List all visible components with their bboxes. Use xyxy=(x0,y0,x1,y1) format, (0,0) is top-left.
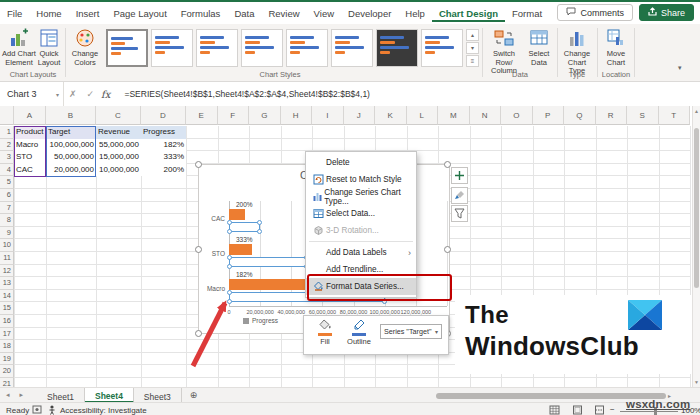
cell-C4[interactable]: 10,000,000 xyxy=(96,164,141,177)
column-header-J[interactable]: J xyxy=(344,106,376,125)
chart-frame-handle[interactable] xyxy=(195,246,202,253)
column-header-K[interactable]: K xyxy=(375,106,407,125)
row-header-21[interactable]: 21 xyxy=(0,378,14,387)
chart-frame-handle[interactable] xyxy=(195,161,202,168)
chart-style-thumbnail-3[interactable] xyxy=(196,29,238,67)
gallery-up-button[interactable]: ▴ xyxy=(466,29,479,41)
data-label[interactable]: 200% xyxy=(236,201,253,208)
cancel-icon[interactable]: ✗ xyxy=(64,89,82,99)
menu-tab-help[interactable]: Help xyxy=(398,4,432,22)
column-header-G[interactable]: G xyxy=(249,106,281,125)
target-bar-cac[interactable] xyxy=(229,222,260,232)
sheet-tab-sheet1[interactable]: Sheet1 xyxy=(37,388,85,403)
cell-B3[interactable]: 50,000,000 xyxy=(46,151,96,164)
menu-tab-page-layout[interactable]: Page Layout xyxy=(106,4,173,22)
column-header-S[interactable]: S xyxy=(627,106,659,125)
progress-bar-macro[interactable] xyxy=(229,279,315,290)
cell-D2[interactable]: 182% xyxy=(141,139,186,152)
zoom-out-button[interactable]: − xyxy=(610,405,615,414)
menu-tab-file[interactable]: File xyxy=(0,4,29,22)
row-header-10[interactable]: 10 xyxy=(0,239,14,252)
share-button[interactable]: Share xyxy=(639,4,694,21)
chart-frame-handle[interactable] xyxy=(444,161,451,168)
new-sheet-button[interactable]: ⊕ xyxy=(182,388,206,403)
data-label[interactable]: 182% xyxy=(236,271,253,278)
column-header-P[interactable]: P xyxy=(533,106,565,125)
row-header-11[interactable]: 11 xyxy=(0,252,14,265)
cell-D1[interactable]: Progress xyxy=(141,126,186,139)
progress-bar-sto[interactable] xyxy=(229,244,252,255)
comments-button[interactable]: Comments xyxy=(557,4,633,21)
change-chart-type-button[interactable]: Change Chart Type xyxy=(560,27,594,73)
chart-style-thumbnail-1[interactable] xyxy=(106,29,148,67)
name-box[interactable]: Chart 3 ▾ xyxy=(0,82,64,106)
row-header-15[interactable]: 15 xyxy=(0,302,14,315)
chart-style-thumbnail-2[interactable] xyxy=(151,29,193,67)
chart-frame-handle[interactable] xyxy=(444,246,451,253)
series-selection-handle[interactable] xyxy=(227,264,232,269)
tab-nav-left-icon[interactable]: ◂ xyxy=(0,388,14,403)
menu-tab-view[interactable]: View xyxy=(307,4,341,22)
quick-layout-button[interactable]: Quick Layout xyxy=(32,27,66,73)
chart-style-thumbnail-4[interactable] xyxy=(241,29,283,67)
row-header-13[interactable]: 13 xyxy=(0,277,14,290)
row-header-17[interactable]: 17 xyxy=(0,328,14,341)
context-menu-item-delete[interactable]: Delete xyxy=(306,154,416,171)
formula-input[interactable]: =SERIES(Sheet4!$B$1,Sheet4!$A$2:$A$4,She… xyxy=(116,89,370,99)
macro-record-icon[interactable] xyxy=(32,405,42,415)
column-header-F[interactable]: F xyxy=(218,106,250,125)
move-chart-button[interactable]: Move Chart xyxy=(600,27,632,73)
add-chart-element-button[interactable]: Add Chart Element xyxy=(2,27,36,73)
row-header-9[interactable]: 9 xyxy=(0,227,14,240)
enter-icon[interactable]: ✓ xyxy=(82,89,100,99)
context-menu-item-add-data-labels[interactable]: Add Data Labels› xyxy=(306,244,416,261)
cell-A3[interactable]: STO xyxy=(14,151,46,164)
cell-B4[interactable]: 20,000,000 xyxy=(46,164,96,177)
chart-style-button[interactable] xyxy=(451,187,468,204)
row-header-3[interactable]: 3 xyxy=(0,151,14,164)
row-header-18[interactable]: 18 xyxy=(0,340,14,353)
chart-style-thumbnail-8[interactable] xyxy=(421,29,463,67)
menu-tab-formulas[interactable]: Formulas xyxy=(174,4,228,22)
column-header-T[interactable]: T xyxy=(659,106,691,125)
view-page-layout-icon[interactable] xyxy=(572,405,583,415)
cell-A4[interactable]: CAC xyxy=(14,164,46,177)
row-header-2[interactable]: 2 xyxy=(0,139,14,152)
chart-filter-button[interactable] xyxy=(451,205,468,222)
series-selection-handle[interactable] xyxy=(227,229,232,234)
row-header-1[interactable]: 1 xyxy=(0,126,14,139)
fx-icon[interactable]: fx xyxy=(99,89,116,100)
menu-tab-insert[interactable]: Insert xyxy=(69,4,107,22)
zoom-slider-track[interactable] xyxy=(620,411,678,412)
gallery-more-button[interactable]: ≡ xyxy=(466,55,479,67)
chart-elements-button[interactable] xyxy=(451,167,468,184)
cell-D4[interactable]: 200% xyxy=(141,164,186,177)
row-header-20[interactable]: 20 xyxy=(0,365,14,378)
context-menu-item-select-data[interactable]: Select Data... xyxy=(306,205,416,222)
tab-nav-right-icon[interactable]: ▸ xyxy=(14,388,28,403)
context-menu-item-reset-to-match-style[interactable]: Reset to Match Style xyxy=(306,171,416,188)
column-header-B[interactable]: B xyxy=(46,106,96,125)
cell-B2[interactable]: 100,000,000 xyxy=(46,139,96,152)
scroll-up-icon[interactable]: ▲ xyxy=(693,108,700,114)
sheet-tab-sheet4[interactable]: Sheet4 xyxy=(85,388,134,403)
cell-A2[interactable]: Macro xyxy=(14,139,46,152)
chart-frame-handle[interactable] xyxy=(195,330,202,337)
menu-tab-data[interactable]: Data xyxy=(227,4,261,22)
context-menu-item-format-data-series[interactable]: Format Data Series... xyxy=(306,278,416,295)
column-header-A[interactable]: A xyxy=(14,106,46,125)
name-box-dropdown-icon[interactable]: ▾ xyxy=(56,91,59,98)
row-header-14[interactable]: 14 xyxy=(0,290,14,303)
outline-button[interactable]: Outline xyxy=(346,319,372,346)
column-header-O[interactable]: O xyxy=(501,106,533,125)
select-all-corner[interactable] xyxy=(0,106,14,125)
view-normal-icon[interactable] xyxy=(549,405,560,415)
accessibility-status[interactable]: Accessibility: Investigate xyxy=(60,406,147,415)
cell-A1[interactable]: Product xyxy=(14,126,46,139)
series-selection-handle[interactable] xyxy=(227,220,232,225)
select-data-button[interactable]: Select Data xyxy=(524,27,554,73)
column-header-M[interactable]: M xyxy=(438,106,470,125)
row-header-12[interactable]: 12 xyxy=(0,265,14,278)
row-header-4[interactable]: 4 xyxy=(0,164,14,177)
context-menu-item-change-series-chart-type[interactable]: Change Series Chart Type... xyxy=(306,188,416,205)
